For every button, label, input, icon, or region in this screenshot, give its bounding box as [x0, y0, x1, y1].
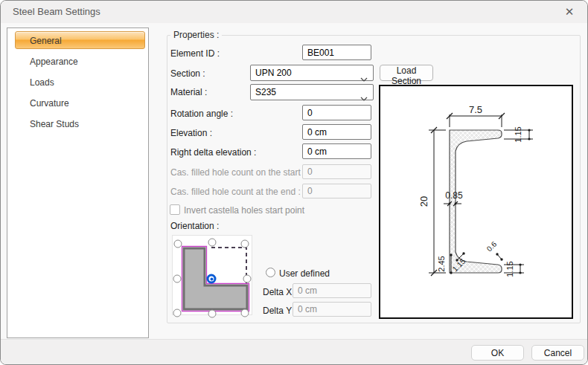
anchor-radio-bottom-left[interactable] [173, 309, 182, 317]
element-id-label: Element ID : [170, 48, 220, 59]
footer: OK Cancel [1, 339, 587, 365]
sidebar: General Appearance Loads Curvature Shear… [7, 28, 149, 338]
anchor-radio-top-center[interactable] [208, 239, 217, 247]
dim-flange-thickness-bottom: 1.15 [505, 261, 514, 277]
user-defined-label: User defined [279, 268, 330, 279]
cancel-button[interactable]: Cancel [531, 345, 584, 361]
anchor-radio-center[interactable] [207, 274, 217, 284]
material-dropdown-value: S235 [255, 87, 276, 97]
anchor-radio-mid-left[interactable] [173, 275, 182, 283]
close-icon[interactable]: ✕ [560, 4, 578, 20]
dim-flange-width: 7.5 [469, 104, 482, 115]
invert-castella-checkbox[interactable] [170, 204, 180, 215]
section-dropdown-value: UPN 200 [255, 68, 292, 78]
sidebar-item-appearance[interactable]: Appearance [15, 52, 145, 70]
element-id-input[interactable] [302, 45, 371, 60]
right-delta-elevation-label: Right delta elevation : [170, 147, 256, 158]
orientation-label: Orientation : [170, 221, 219, 231]
title-bar: Steel Beam Settings ✕ [1, 1, 587, 23]
ok-button[interactable]: OK [471, 345, 524, 361]
right-delta-elevation-input[interactable] [302, 143, 371, 159]
chevron-down-icon [360, 91, 368, 106]
delta-x-input [293, 283, 371, 298]
elevation-label: Elevation : [170, 128, 212, 138]
steel-beam-settings-dialog: Steel Beam Settings ✕ General Appearance… [0, 0, 588, 365]
dim-height: 20 [418, 196, 429, 207]
properties-group-label: Properties : [170, 30, 222, 40]
anchor-radio-bottom-right[interactable] [241, 309, 249, 317]
load-section-button[interactable]: Load Section [380, 65, 433, 81]
dim-toe-radius: 0.6 [485, 239, 499, 253]
cas-hole-start-label: Cas. filled hole count on the start : [170, 167, 305, 178]
cas-hole-end-input [302, 184, 371, 198]
material-dropdown[interactable]: S235 [250, 84, 374, 100]
invert-castella-label: Invert castella holes start point [184, 205, 304, 216]
window-title: Steel Beam Settings [13, 6, 100, 17]
section-label: Section : [170, 68, 205, 79]
section-dropdown[interactable]: UPN 200 [250, 65, 374, 81]
rotation-angle-input[interactable] [302, 105, 371, 120]
section-preview: 7.5 1.15 20 0.85 2.45 1.15 [379, 85, 573, 319]
delta-y-input [293, 302, 371, 317]
delta-y-label: Delta Y : [263, 306, 297, 316]
dim-bottom-offset: 2.45 [437, 256, 446, 271]
sidebar-item-general[interactable]: General [15, 31, 145, 49]
dim-flange-thickness-top: 1.15 [514, 126, 523, 142]
upn-section-drawing: 7.5 1.15 20 0.85 2.45 1.15 [380, 86, 572, 317]
sidebar-item-curvature[interactable]: Curvature [15, 94, 145, 112]
sidebar-item-shear-studs[interactable]: Shear Studs [15, 114, 145, 132]
anchor-radio-bottom-center[interactable] [208, 310, 217, 318]
material-label: Material : [170, 87, 207, 97]
elevation-input[interactable] [302, 124, 371, 140]
anchor-radio-mid-right[interactable] [243, 275, 252, 283]
dim-web-thickness: 0.85 [445, 190, 463, 201]
orientation-diagram [172, 235, 252, 315]
anchor-radio-top-right[interactable] [241, 240, 249, 248]
sidebar-item-loads[interactable]: Loads [15, 73, 145, 91]
cas-hole-end-label: Cas. filled hole count at the end : [170, 187, 301, 197]
anchor-radio-top-left[interactable] [174, 240, 182, 248]
cas-hole-start-input [302, 164, 371, 179]
rotation-angle-label: Rotation angle : [170, 109, 233, 119]
user-defined-radio[interactable] [266, 268, 275, 277]
